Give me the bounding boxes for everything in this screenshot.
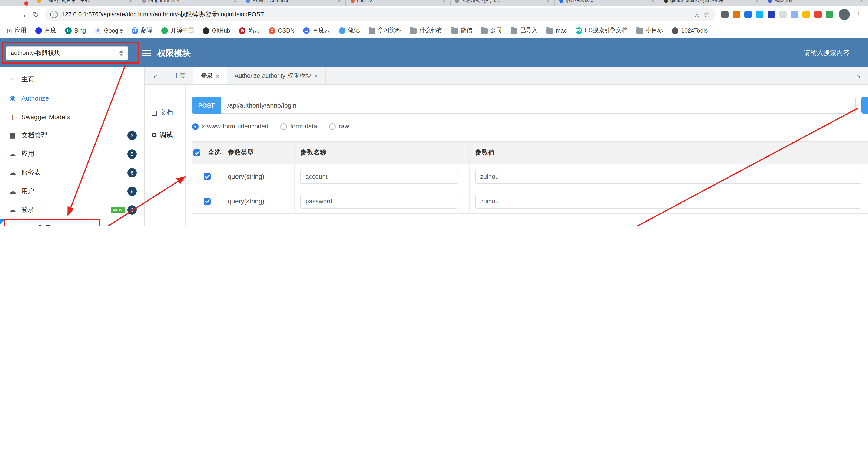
response-tab[interactable]: Headers bbox=[266, 226, 307, 226]
bookmark-item[interactable]: C CSDN bbox=[269, 27, 294, 34]
url-text[interactable]: 127.0.0.1:8760/api/gate/doc.html#/author… bbox=[62, 10, 264, 19]
body-type-radio[interactable]: raw bbox=[329, 123, 349, 130]
row-checkbox[interactable] bbox=[204, 173, 211, 180]
bookmark-item[interactable]: 1024Tools bbox=[672, 27, 708, 34]
bookmark-item[interactable]: 学习资料 bbox=[369, 27, 401, 34]
document-tab[interactable]: Authorize-authority-权限模块 × bbox=[227, 67, 326, 84]
page-info-icon[interactable]: i bbox=[51, 11, 58, 18]
row-checkbox[interactable] bbox=[204, 198, 211, 205]
extension-icon[interactable] bbox=[779, 11, 787, 18]
sidebar-item[interactable]: ◫ Swagger Models bbox=[0, 108, 144, 126]
sidebar-item[interactable]: ☁ 服务表 6 bbox=[0, 163, 144, 182]
bookmark-item[interactable]: b Bing bbox=[65, 27, 86, 34]
extension-icon[interactable] bbox=[814, 11, 822, 18]
bookmark-item[interactable]: 公司 bbox=[481, 27, 502, 34]
header-search-input[interactable]: 请输入搜索内容 bbox=[804, 49, 849, 57]
rail-tab[interactable]: ⚙ 调试 bbox=[145, 124, 185, 146]
collapse-right-icon[interactable]: » bbox=[849, 72, 868, 80]
body-type-radio[interactable]: x-www-form-urlencoded bbox=[192, 123, 269, 130]
extension-icon[interactable] bbox=[791, 11, 798, 18]
bookmark-item[interactable]: G 码云 bbox=[239, 27, 260, 34]
sidebar-item[interactable]: ☁ 用户 9 bbox=[0, 182, 144, 201]
browser-tab[interactable]: SAND - Compose… × bbox=[242, 0, 346, 6]
param-name-input[interactable] bbox=[300, 194, 458, 208]
extension-icon[interactable] bbox=[721, 11, 728, 18]
tab-close-icon[interactable]: × bbox=[756, 0, 758, 3]
sidebar-item[interactable]: ☁ 登录 NEW 2 bbox=[0, 201, 144, 219]
tab-close-icon[interactable]: × bbox=[216, 73, 219, 79]
endpoint-path[interactable]: /api/authority/anno/login bbox=[221, 97, 856, 114]
tab-close-icon[interactable]: × bbox=[234, 0, 237, 3]
bookmark-item[interactable]: ⊞ 应用 bbox=[6, 27, 26, 34]
bookmark-site-icon: G bbox=[95, 27, 101, 34]
browser-tab[interactable]: 无标题页 <少于1… × bbox=[450, 0, 555, 6]
extension-icon[interactable] bbox=[802, 11, 810, 18]
response-tab[interactable]: Curl bbox=[307, 226, 335, 226]
bookmark-item[interactable]: ☁ 百度云 bbox=[303, 27, 330, 34]
param-name-input[interactable] bbox=[300, 169, 458, 184]
sidebar-item[interactable]: POST 登录 bbox=[0, 219, 144, 226]
browser-tab[interactable]: hao123 × bbox=[346, 0, 450, 6]
address-bar[interactable]: i 127.0.0.1:8760/api/gate/doc.html#/auth… bbox=[45, 8, 716, 21]
document-tab[interactable]: 主页 bbox=[166, 67, 193, 84]
tab-close-icon[interactable]: × bbox=[314, 73, 318, 79]
browser-tab[interactable]: 参谋往返这次 × bbox=[555, 0, 659, 6]
browser-tab[interactable]: 全部 - 控制台用户中心 × bbox=[33, 0, 137, 6]
tab-close-icon[interactable]: × bbox=[442, 0, 445, 3]
bookmark-label: CSDN bbox=[278, 27, 294, 34]
bookmark-item[interactable]: G Google bbox=[95, 27, 123, 34]
bookmark-item[interactable]: 译 翻译 bbox=[131, 27, 153, 34]
sidebar-item[interactable]: ◉ Authorize bbox=[0, 89, 144, 108]
tab-close-icon[interactable]: × bbox=[547, 0, 550, 3]
select-all-checkbox[interactable] bbox=[193, 149, 200, 156]
param-value-input[interactable] bbox=[475, 169, 862, 184]
browser-tab[interactable]: github_push没有权限引用 × bbox=[659, 0, 764, 6]
bookmark-item[interactable]: mac bbox=[547, 27, 567, 34]
browser-tab-strip: 全部 - 控制台用户中心 × temporary-inter… × SAND -… bbox=[0, 0, 868, 6]
sidebar-item[interactable]: ☁ 应用 5 bbox=[0, 145, 144, 163]
browser-menu-icon[interactable]: ⋮ bbox=[856, 10, 862, 19]
bookmark-item[interactable]: 什么都有 bbox=[410, 27, 443, 34]
extension-icon[interactable] bbox=[826, 11, 833, 18]
hamburger-icon[interactable] bbox=[142, 50, 151, 56]
forward-icon[interactable]: → bbox=[19, 10, 27, 19]
bookmark-item[interactable]: 微信 bbox=[452, 27, 472, 34]
bookmark-item[interactable]: 已导入 bbox=[511, 27, 538, 34]
rail-tab[interactable]: ▤ 文档 bbox=[145, 102, 185, 124]
bookmark-item[interactable]: 笔记 bbox=[339, 27, 360, 34]
param-row: query(string) bbox=[192, 189, 868, 213]
document-tab[interactable]: 登录 × bbox=[193, 67, 227, 84]
profile-avatar[interactable] bbox=[839, 9, 850, 20]
browser-tab[interactable]: temporary-inter… × bbox=[137, 0, 241, 6]
bookmark-item[interactable]: 小目标 bbox=[636, 27, 663, 34]
collapse-left-icon[interactable]: « bbox=[145, 72, 166, 80]
bookmark-star-icon[interactable]: ☆ bbox=[704, 10, 710, 19]
bookmark-item[interactable]: GitHub bbox=[203, 27, 230, 34]
browser-tab[interactable]: 权限认证 × bbox=[764, 0, 868, 6]
reload-icon[interactable]: ↻ bbox=[33, 10, 39, 19]
sidebar-item[interactable]: ▤ 文档管理 3 bbox=[0, 126, 144, 145]
translate-icon[interactable]: 文 bbox=[694, 10, 700, 19]
tab-close-icon[interactable]: × bbox=[338, 0, 341, 3]
body-type-radio[interactable]: form-data bbox=[281, 123, 317, 130]
extension-icon[interactable] bbox=[756, 11, 764, 18]
param-value-input[interactable] bbox=[475, 194, 862, 208]
send-button[interactable]: 发送 bbox=[862, 97, 868, 114]
bookmark-item[interactable]: 百度 bbox=[35, 27, 56, 34]
bookmark-item[interactable]: 开源中国 bbox=[161, 27, 194, 34]
extension-icon[interactable] bbox=[733, 11, 740, 18]
module-select[interactable]: authority-权限模块 bbox=[6, 46, 128, 60]
bookmark-item[interactable]: ES ES搜索引擎文档 bbox=[576, 27, 627, 34]
sidebar-item-label: 主页 bbox=[21, 76, 34, 84]
extension-icon[interactable] bbox=[744, 11, 752, 18]
col-header-name: 参数名称 bbox=[295, 142, 470, 164]
tab-close-icon[interactable]: × bbox=[129, 0, 132, 3]
tab-close-icon[interactable]: × bbox=[860, 0, 863, 3]
tab-close-icon[interactable]: × bbox=[651, 0, 654, 3]
endpoint-row: POST /api/authority/anno/login 发送 bbox=[192, 97, 868, 114]
extension-icon[interactable] bbox=[768, 11, 775, 18]
back-icon[interactable]: ← bbox=[6, 10, 13, 19]
sidebar-item[interactable]: ⌂ 主页 bbox=[0, 70, 144, 89]
response-tab[interactable]: 响应内容 bbox=[192, 226, 236, 226]
response-tab[interactable]: Raw bbox=[236, 226, 266, 226]
